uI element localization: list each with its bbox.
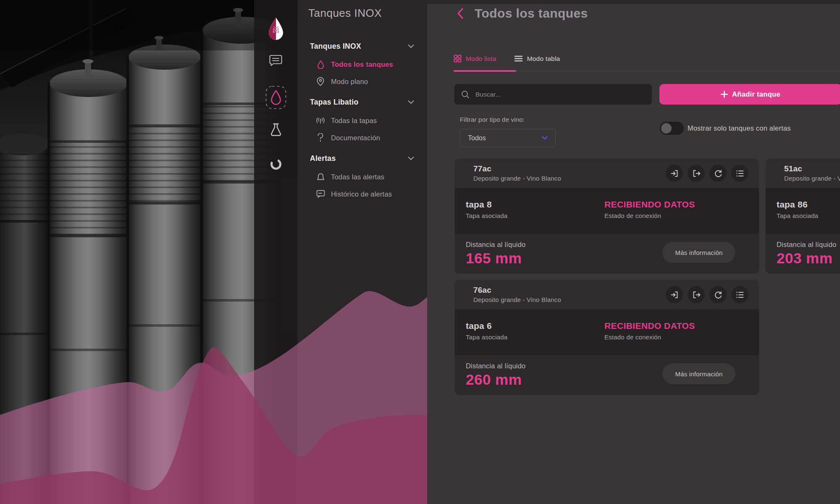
list-icon — [514, 55, 523, 62]
signal-icon — [315, 117, 326, 124]
enter-tank-button[interactable] — [666, 165, 683, 182]
tank-card-actions — [666, 165, 748, 182]
distance-value: 203 mm — [777, 250, 840, 267]
tank-id: 51ac — [784, 164, 840, 173]
tank-card: 51ac Deposito grande - Vino Blanco — [765, 158, 840, 274]
item-label: Todos los tanques — [331, 60, 393, 68]
details-list-button[interactable] — [731, 165, 748, 182]
tank-card-header: 76ac Deposito grande - Vino Blanco — [455, 280, 759, 310]
more-info-button[interactable]: Más información — [662, 242, 735, 263]
tab-modo-tabla[interactable]: Modo tabla — [514, 55, 560, 63]
tank-card-status-row: tapa 8 Tapa asociada RECIBIENDO DATOS Es… — [455, 188, 759, 233]
tapa-name: tapa 86 — [777, 200, 840, 210]
view-mode-tabs: Modo lista Modo tabla — [454, 55, 560, 63]
tank-card-status-row: tapa 6 Tapa asociada RECIBIENDO DATOS Es… — [455, 310, 759, 354]
sidebar-item-todas-las-alertas[interactable]: Todas las alertas — [297, 171, 427, 183]
item-label: Todas las alertas — [331, 173, 384, 181]
search-bar — [454, 84, 652, 105]
tab-modo-lista[interactable]: Modo lista — [454, 55, 496, 63]
exit-tank-button[interactable] — [688, 286, 705, 303]
tab-label: Modo tabla — [527, 55, 560, 63]
chevron-down-icon[interactable] — [408, 45, 414, 48]
tank-card-actions — [666, 286, 748, 303]
winery-tanks-photo — [0, 0, 298, 504]
details-list-button[interactable] — [731, 286, 748, 303]
tank-card-measure-row: Distancia al líquido 260 mm Más informac… — [455, 354, 759, 395]
tank-card-measure-row: Distancia al líquido 203 mm Más informac… — [766, 233, 840, 273]
tank-card: 77ac Deposito grande - Vino Blanco — [454, 158, 759, 274]
section-label: Alertas — [310, 154, 336, 163]
item-label: Histórico de alertas — [331, 190, 392, 198]
more-info-label: Más información — [675, 249, 722, 256]
sync-button[interactable] — [709, 165, 727, 182]
tank-card-header: 77ac Deposito grande - Vino Blanco — [455, 159, 759, 188]
icon-rail — [254, 0, 297, 504]
tank-card-measure-row: Distancia al líquido 165 mm Más informac… — [455, 233, 759, 273]
sidebar-section-alertas[interactable]: Alertas — [297, 152, 427, 164]
tank-cards-grid: 77ac Deposito grande - Vino Blanco — [454, 158, 840, 395]
sidebar-item-todos-los-tanques[interactable]: Todos los tanques — [297, 58, 427, 70]
connection-status-label: Estado de conexión — [604, 212, 695, 219]
sidebar-title: Tanques INOX — [308, 7, 382, 20]
more-info-label: Más información — [675, 370, 722, 378]
search-input[interactable] — [475, 90, 645, 99]
refresh-spinner-icon[interactable] — [270, 158, 282, 171]
question-icon — [315, 133, 326, 142]
section-label: Tanques INOX — [310, 42, 361, 51]
page-title: Todos los tanques — [475, 6, 588, 21]
section-label: Tapas Libatio — [310, 98, 358, 107]
connection-status: RECIBIENDO DATOS — [604, 321, 695, 331]
sidebar-item-historico-de-alertas[interactable]: Histórico de alertas — [297, 188, 427, 200]
item-label: Todas la tapas — [331, 117, 377, 125]
app-logo-drop-icon[interactable] — [268, 17, 284, 40]
back-button[interactable] — [456, 7, 465, 20]
drop-icon — [315, 60, 326, 69]
sidebar-section-tapas[interactable]: Tapas Libatio — [297, 96, 427, 108]
add-tank-button[interactable]: Añadir tanque — [659, 84, 840, 105]
bell-icon — [315, 173, 326, 181]
sidebar-item-modo-plano[interactable]: Modo plano — [297, 76, 427, 87]
tapa-name: tapa 8 — [466, 200, 604, 210]
plus-icon — [721, 91, 728, 98]
tapa-label: Tapa asociada — [777, 212, 840, 219]
main-content: Todos los tanques Modo lista Modo tabla — [427, 0, 840, 504]
tab-label: Modo lista — [466, 55, 496, 63]
filter-label: Filtrar por tipo de vino: — [460, 116, 525, 123]
sidebar: Tanques INOX Tanques INOX Todos los tanq… — [297, 0, 427, 504]
toggle-knob — [661, 123, 672, 134]
connection-status-label: Estado de conexión — [604, 333, 695, 341]
sidebar-item-todas-la-tapas[interactable]: Todas la tapas — [297, 115, 427, 126]
item-label: Modo plano — [331, 78, 368, 86]
flask-icon[interactable] — [270, 123, 282, 136]
tank-card: 76ac Deposito grande - Vino Blanco — [454, 280, 759, 395]
distance-label: Distancia al líquido — [777, 241, 840, 249]
tank-subtitle: Deposito grande - Vino Blanco — [784, 175, 840, 182]
sidebar-section-tanques[interactable]: Tanques INOX — [297, 40, 427, 52]
sync-button[interactable] — [709, 286, 727, 303]
tank-card-header: 51ac Deposito grande - Vino Blanco — [766, 159, 840, 188]
chat-square-icon — [315, 190, 326, 198]
alerts-only-toggle-label: Mostrar solo tanques con alertas — [688, 124, 791, 132]
sidebar-item-documentacion[interactable]: Documentación — [297, 132, 427, 144]
chevron-down-icon[interactable] — [408, 100, 414, 104]
map-pin-icon — [315, 77, 326, 86]
search-icon — [461, 90, 470, 99]
item-label: Documentación — [331, 134, 380, 142]
tapa-label: Tapa asociada — [466, 212, 604, 219]
wine-type-dropdown[interactable]: Todos — [460, 129, 556, 147]
add-tank-label: Añadir tanque — [732, 90, 780, 98]
app-screen: Tanques INOX Tanques INOX Todos los tanq… — [0, 0, 840, 504]
tapa-name: tapa 6 — [466, 321, 604, 331]
dropdown-value: Todos — [468, 134, 542, 142]
exit-tank-button[interactable] — [688, 165, 705, 182]
more-info-button[interactable]: Más información — [662, 363, 735, 384]
chevron-down-icon — [542, 136, 548, 140]
enter-tank-button[interactable] — [666, 286, 683, 303]
messages-icon[interactable] — [269, 54, 283, 67]
chevron-down-icon[interactable] — [408, 157, 414, 160]
tank-card-status-row: tapa 86 Tapa asociada RECIBIENDO DATOS E… — [766, 188, 840, 233]
tapa-label: Tapa asociada — [466, 333, 604, 341]
tanks-drop-icon-selected[interactable] — [265, 86, 286, 109]
alerts-only-toggle[interactable] — [660, 122, 684, 135]
grid-icon — [454, 55, 462, 63]
